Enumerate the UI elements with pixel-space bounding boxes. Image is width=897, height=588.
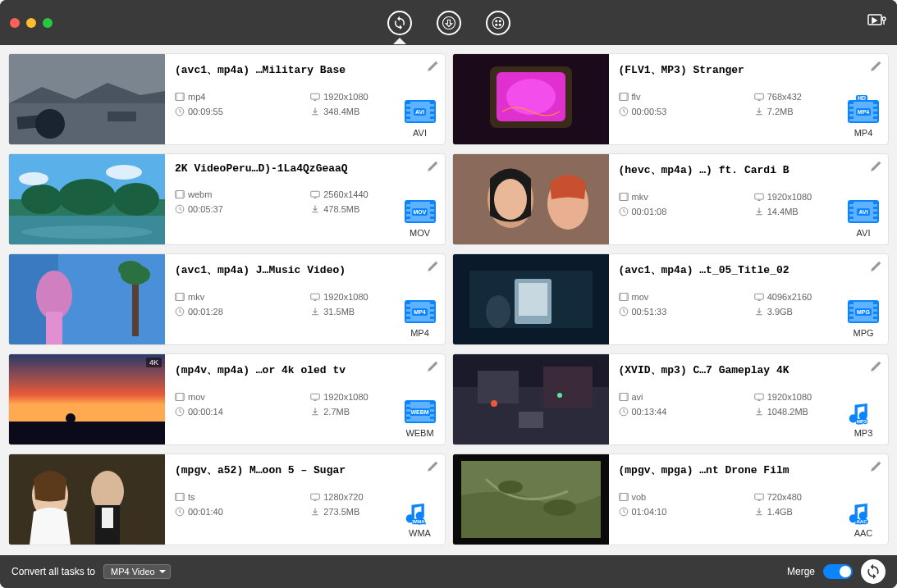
svg-rect-61 <box>176 294 177 301</box>
task-title: (FLV1、MP3) Stranger <box>619 62 882 77</box>
task-card[interactable]: 2K VideoPeru…D)-1La4QzGeaaQ webm 2560x14… <box>8 153 446 245</box>
thumbnail[interactable] <box>9 154 165 244</box>
svg-rect-74 <box>755 294 764 299</box>
task-title: (hevc、mp4a) …) ft. Cardi B <box>619 162 882 177</box>
format-label: MP4 <box>845 128 881 138</box>
tab-media[interactable] <box>486 11 510 35</box>
svg-rect-73 <box>626 294 628 301</box>
edit-button[interactable] <box>425 259 440 274</box>
thumbnail[interactable] <box>9 254 165 344</box>
output-format-button[interactable]: WEBM WEBM <box>402 400 438 438</box>
output-format-button[interactable]: WMA WMA <box>402 500 438 538</box>
svg-rect-62 <box>182 294 184 301</box>
meta-ext: mkv <box>619 192 746 202</box>
svg-rect-23 <box>619 93 620 101</box>
format-label: WMA <box>402 528 438 538</box>
svg-rect-25 <box>755 93 764 99</box>
svg-point-10 <box>35 109 65 139</box>
traffic-lights <box>10 18 53 28</box>
edit-button[interactable] <box>425 359 440 374</box>
svg-rect-50 <box>755 194 764 199</box>
thumbnail[interactable] <box>9 454 165 545</box>
meta-resolution: 2560x1440 <box>310 189 437 199</box>
svg-rect-78 <box>9 422 165 444</box>
task-card[interactable]: (avc1、mp4a) …Military Base mp4 1920x1080… <box>8 53 446 145</box>
format-select[interactable]: MP4 Video <box>103 564 171 579</box>
thumbnail[interactable] <box>453 154 609 244</box>
output-format-button[interactable]: MP3 MP3 <box>845 400 881 438</box>
svg-rect-48 <box>619 194 620 201</box>
svg-point-4 <box>498 23 501 25</box>
svg-point-116 <box>543 499 576 516</box>
svg-point-36 <box>106 165 142 180</box>
tab-download[interactable] <box>437 11 461 35</box>
edit-button[interactable] <box>868 459 883 474</box>
format-label: AVI <box>845 228 881 238</box>
svg-rect-121 <box>757 500 760 501</box>
task-card[interactable]: (mpgv、mpga) …nt Drone Film vob 720x480 0… <box>452 454 890 545</box>
output-format-button[interactable]: MP4 MP4 <box>402 300 438 338</box>
meta-duration: 00:00:14 <box>175 407 302 417</box>
svg-text:AAC: AAC <box>857 519 868 524</box>
task-card[interactable]: (XVID、mp3) C…7 Gameplay 4K avi 1920x1080… <box>452 353 890 445</box>
thumbnail[interactable] <box>453 354 609 444</box>
edit-button[interactable] <box>868 59 883 74</box>
close-button[interactable] <box>10 18 20 28</box>
task-title: (XVID、mp3) C…7 Gameplay 4K <box>619 362 882 377</box>
output-format-button[interactable]: MPG MPG <box>845 300 881 338</box>
minimize-button[interactable] <box>26 18 36 28</box>
start-convert-button[interactable] <box>861 559 886 584</box>
task-card[interactable]: (mpgv、a52) M…oon 5 – Sugar ts 1280x720 0… <box>8 454 446 545</box>
thumbnail[interactable]: 4K <box>9 354 165 444</box>
task-card[interactable]: (FLV1、MP3) Stranger flv 768x432 00:00:53… <box>452 53 890 145</box>
task-card[interactable]: (avc1、mp4a) J…Music Video) mkv 1920x1080… <box>8 253 446 345</box>
svg-rect-95 <box>619 394 620 401</box>
edit-button[interactable] <box>868 259 883 274</box>
svg-text:WMA: WMA <box>412 519 425 524</box>
svg-rect-85 <box>314 400 317 401</box>
output-format-button[interactable]: MOV MOV <box>402 200 438 238</box>
meta-duration: 00:01:28 <box>175 307 302 317</box>
format-icon: MPG <box>848 300 879 325</box>
merge-toggle[interactable] <box>823 564 853 579</box>
svg-point-91 <box>491 400 497 407</box>
svg-point-3 <box>495 23 497 25</box>
edit-button[interactable] <box>425 159 440 174</box>
thumbnail[interactable] <box>453 54 609 144</box>
svg-point-92 <box>557 393 562 398</box>
task-card[interactable]: (hevc、mp4a) …) ft. Cardi B mkv 1920x1080… <box>452 153 890 245</box>
maximize-button[interactable] <box>43 18 53 28</box>
task-title: (mp4v、mp4a) …or 4k oled tv <box>175 362 438 377</box>
thumbnail[interactable] <box>9 54 165 144</box>
edit-button[interactable] <box>868 359 883 374</box>
thumbnail[interactable] <box>453 254 609 344</box>
format-label: MOV <box>402 228 438 238</box>
output-format-button[interactable]: HDMP4 MP4 <box>845 100 881 138</box>
edit-button[interactable] <box>425 59 440 74</box>
merge-label: Merge <box>787 566 815 577</box>
edit-button[interactable] <box>868 159 883 174</box>
task-card[interactable]: 4K (mp4v、mp4a) …or 4k oled tv mov 1920x1… <box>8 353 446 445</box>
output-format-button[interactable]: AVI AVI <box>402 100 438 138</box>
svg-point-35 <box>19 172 48 185</box>
edit-button[interactable] <box>425 459 440 474</box>
svg-rect-82 <box>176 394 177 401</box>
tab-convert[interactable] <box>387 11 412 35</box>
thumb-tag: 4K <box>146 358 162 367</box>
footer: Convert all tasks to MP4 Video Merge <box>0 555 897 588</box>
format-icon: AAC <box>848 500 879 525</box>
meta-ext: mkv <box>175 292 302 302</box>
output-format-button[interactable]: AAC AAC <box>845 500 881 538</box>
meta-ext: ts <box>175 492 302 502</box>
format-label: MP3 <box>845 428 881 438</box>
output-format-button[interactable]: AVI AVI <box>845 200 881 238</box>
task-card[interactable]: (avc1、mp4a) …t_05_Title_02 mov 4096x2160… <box>452 253 890 345</box>
svg-rect-119 <box>626 494 628 501</box>
task-title: (avc1、mp4a) J…Music Video) <box>175 262 438 277</box>
svg-rect-26 <box>757 100 760 101</box>
svg-rect-63 <box>311 294 320 299</box>
thumbnail[interactable] <box>453 454 609 545</box>
svg-rect-83 <box>182 394 184 401</box>
meta-ext: mp4 <box>175 92 302 102</box>
library-button[interactable] <box>867 12 887 33</box>
